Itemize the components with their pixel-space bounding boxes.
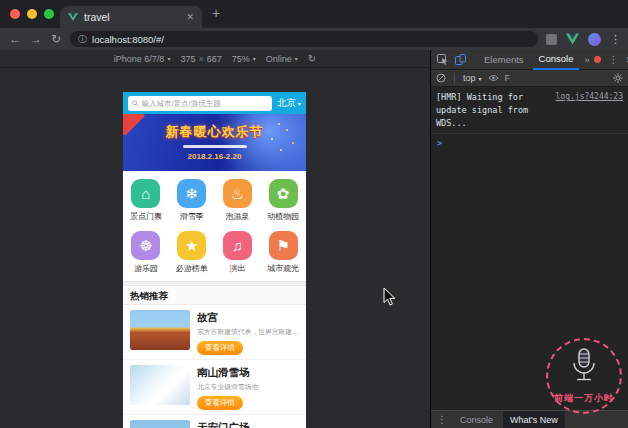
drawer-menu-icon[interactable]: ⋮ (434, 414, 450, 425)
live-expression-eye-icon[interactable] (488, 74, 499, 82)
ski-season-icon: ❄ (177, 179, 206, 208)
mouse-cursor (383, 287, 397, 311)
console-message-source-link[interactable]: log.js?4244:23 (556, 91, 623, 129)
list-item-nanshan[interactable]: 南山滑雪场 北京专业级滑雪场地 查看详情 (123, 360, 306, 415)
new-tab-button[interactable]: + (212, 5, 220, 21)
browser-tab[interactable]: travel ✕ (60, 6, 202, 28)
device-dimensions[interactable]: 375 × 667 (180, 54, 221, 64)
view-details-button[interactable]: 查看详情 (197, 341, 243, 355)
category-shows[interactable]: ♫ 演出 (215, 231, 261, 274)
chevron-down-icon: ▾ (479, 75, 482, 82)
device-toolbar: iPhone 6/7/8▾ 375 × 667 75%▾ Online▾ ↻ (0, 50, 430, 68)
category-ski[interactable]: ❄ 滑雪季 (169, 179, 215, 222)
ferris-wheel-icon: ☸ (131, 231, 160, 260)
ranking-star-icon: ★ (177, 231, 206, 260)
item-description: 北京专业级滑雪场地 (197, 382, 258, 392)
tiananmen-thumbnail (130, 420, 190, 428)
item-title: 南山滑雪场 (197, 366, 258, 380)
category-tickets[interactable]: ⌂ 景点门票 (123, 179, 169, 222)
console-toolbar: top▾ F (431, 70, 628, 87)
tab-console[interactable]: Console (533, 50, 580, 70)
performance-icon: ♫ (223, 231, 252, 260)
gugong-thumbnail (130, 310, 190, 350)
close-window-button[interactable] (10, 9, 20, 19)
console-message: [HMR] Waiting for update signal from WDS… (431, 87, 628, 134)
search-box[interactable] (128, 96, 272, 111)
inspect-element-icon[interactable] (435, 54, 450, 65)
app-search-header: 北京▾ (123, 92, 306, 114)
window-titlebar: travel ✕ + (0, 0, 628, 28)
back-button[interactable]: ← (9, 33, 21, 45)
zoo-garden-icon: ✿ (269, 179, 298, 208)
item-description: 东方宫殿建筑代表，世界宫殿建筑典范 (197, 327, 299, 337)
tab-favicon (68, 12, 78, 22)
category-zoo[interactable]: ✿ 动植物园 (260, 179, 306, 222)
search-icon (132, 100, 139, 107)
drawer-tab-whats-new[interactable]: What's New (503, 411, 565, 428)
minimize-window-button[interactable] (27, 9, 37, 19)
clear-console-icon[interactable] (436, 73, 446, 83)
chevron-down-icon: ▾ (295, 55, 298, 62)
console-message-text: [HMR] Waiting for update signal from WDS… (436, 91, 550, 129)
ski-resort-thumbnail (130, 365, 190, 405)
watermark-text: 前端一万小时 (548, 392, 620, 405)
device-width: 375 (180, 54, 195, 64)
devtools-menu-icon[interactable]: ⋮ (608, 54, 618, 65)
view-details-button[interactable]: 查看详情 (197, 396, 243, 410)
browser-menu-icon[interactable]: ⋮ (610, 33, 621, 46)
category-amusement-park[interactable]: ☸ 游乐园 (123, 231, 169, 274)
reload-button[interactable]: ↻ (51, 33, 61, 45)
list-item-tiananmen[interactable]: 天安门广场 我最爱北京天安门，天安门上太阳升 查看详情 (123, 415, 306, 428)
banner-date: 2018.2.16-2.20 (123, 152, 306, 161)
chevron-down-icon: ▾ (253, 55, 256, 62)
vue-devtools-icon[interactable] (566, 33, 579, 45)
site-info-icon[interactable]: ⓘ (78, 33, 87, 46)
category-hot-spring[interactable]: ♨ 泡温泉 (215, 179, 261, 222)
rotate-device-icon[interactable]: ↻ (308, 53, 316, 64)
city-selector[interactable]: 北京▾ (277, 97, 301, 110)
banner-title: 新春暖心欢乐节 (123, 123, 306, 141)
attraction-ticket-icon: ⌂ (131, 179, 160, 208)
phone-viewport: 北京▾ 新春暖心欢乐节 2018.2.16-2.20 ⌂ 景点门票 ❄ 滑雪季 … (123, 92, 306, 428)
category-icon-grid: ⌂ 景点门票 ❄ 滑雪季 ♨ 泡温泉 ✿ 动植物园 ☸ 游乐园 ★ 必游榜单 (123, 171, 306, 281)
error-badge[interactable] (594, 56, 601, 63)
execution-context-select[interactable]: top▾ (463, 73, 482, 83)
dimension-separator: × (198, 54, 203, 64)
devtools-drawer: ⋮ Console What's New (431, 410, 628, 428)
fireworks-decoration (278, 123, 280, 125)
sightseeing-flag-icon: ⚑ (269, 231, 298, 260)
network-throttle-select[interactable]: Online▾ (266, 54, 298, 64)
category-city-tour[interactable]: ⚑ 城市观光 (260, 231, 306, 274)
device-toolbar-toggle-icon[interactable] (453, 54, 468, 65)
category-must-visit[interactable]: ★ 必游榜单 (169, 231, 215, 274)
devtools-tabbar: Elements Console » ⋮ ✕ (431, 50, 628, 70)
window-controls (10, 9, 54, 19)
device-select[interactable]: iPhone 6/7/8▾ (114, 54, 171, 64)
festival-banner[interactable]: 新春暖心欢乐节 2018.2.16-2.20 (123, 114, 306, 171)
console-prompt-caret[interactable]: > (431, 134, 628, 152)
tab-title: travel (84, 11, 180, 23)
microphone-icon (567, 346, 601, 390)
profile-avatar[interactable] (588, 33, 601, 46)
toolbar-actions: ⋮ (546, 33, 621, 46)
drawer-tab-console[interactable]: Console (453, 411, 500, 428)
divider (454, 73, 455, 84)
address-bar[interactable]: ⓘ localhost:8080/#/ (70, 31, 538, 47)
search-input[interactable] (142, 99, 268, 108)
browser-toolbar: ← → ↻ ⓘ localhost:8080/#/ ⋮ (0, 28, 628, 50)
more-tabs-icon[interactable]: » (582, 55, 591, 65)
list-item-gugong[interactable]: 故宫 东方宫殿建筑代表，世界宫殿建筑典范 查看详情 (123, 305, 306, 360)
tab-elements[interactable]: Elements (478, 50, 530, 70)
tab-close-icon[interactable]: ✕ (186, 12, 194, 22)
item-title: 故宫 (197, 311, 299, 325)
forward-button[interactable]: → (30, 33, 42, 45)
item-title: 天安门广场 (197, 421, 299, 428)
console-filter-label[interactable]: F (505, 73, 511, 83)
watermark-badge: 前端一万小时 (546, 338, 622, 414)
device-stage: iPhone 6/7/8▾ 375 × 667 75%▾ Online▾ ↻ (0, 50, 430, 428)
banner-subtitle-decoration (183, 145, 247, 148)
zoom-window-button[interactable] (44, 9, 54, 19)
console-settings-gear-icon[interactable] (613, 73, 623, 83)
extension-icon[interactable] (546, 34, 557, 45)
zoom-select[interactable]: 75%▾ (232, 54, 256, 64)
